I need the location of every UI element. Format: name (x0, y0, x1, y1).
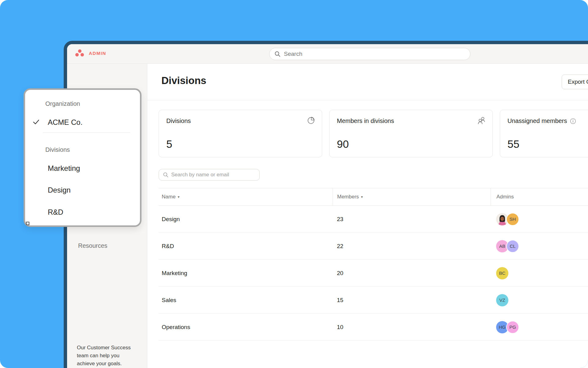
export-csv-button[interactable]: Export CSV (562, 75, 588, 89)
division-name: Operations (159, 324, 333, 331)
division-name: R&D (159, 243, 333, 250)
avatar: CL (506, 240, 519, 253)
stat-card-members-in-divisions: Members in divisions 90 (329, 110, 493, 157)
table-row[interactable]: Operations 10 HG PG (159, 314, 588, 341)
division-members-count: 22 (333, 243, 491, 250)
division-members-count: 15 (333, 297, 491, 304)
avatar: PG (506, 321, 519, 334)
stat-card-value: 55 (507, 138, 519, 150)
stat-card-title: Unassigned members (507, 117, 576, 125)
brand: ADMIN (75, 49, 106, 57)
sidebar-item-resources[interactable]: Resources (78, 242, 107, 249)
pie-chart-icon (307, 116, 315, 125)
divisions-table: Name ▾ Members ▾ Admins Design 23 (159, 188, 588, 341)
division-name: Marketing (159, 270, 333, 277)
global-search-input[interactable]: Search (269, 48, 470, 60)
dropdown-item-design[interactable]: Design (48, 186, 71, 194)
dropdown-section-organization: Organization (45, 100, 80, 107)
table-header-row: Name ▾ Members ▾ Admins (159, 188, 588, 206)
table-row[interactable]: Marketing 20 BC (159, 260, 588, 287)
sort-caret-icon: ▾ (361, 195, 363, 199)
division-name: Design (159, 216, 333, 223)
stat-card-divisions: Divisions 5 (159, 110, 322, 157)
admin-avatars: HG PG (496, 321, 519, 334)
asana-logo-icon (75, 49, 84, 57)
division-name: Sales (159, 297, 333, 304)
division-members-count: 23 (333, 216, 491, 223)
admin-brand-label: ADMIN (89, 51, 106, 56)
stat-card-value: 90 (337, 138, 349, 150)
people-icon (477, 116, 486, 125)
stat-card-title: Divisions (166, 117, 191, 125)
header-divider (147, 100, 588, 100)
topbar: ADMIN Search (67, 44, 588, 64)
column-header-admins: Admins (491, 188, 588, 205)
division-members-count: 20 (333, 270, 491, 277)
column-header-name[interactable]: Name ▾ (159, 188, 333, 205)
page-title: Divisions (161, 75, 206, 86)
stat-card-unassigned-members: Unassigned members 55 (500, 110, 588, 157)
table-search-placeholder: Search by name or email (171, 172, 229, 178)
admin-avatars: SH (496, 213, 519, 226)
avatar: VZ (496, 294, 508, 306)
admin-avatars: BC (496, 267, 508, 279)
sort-caret-icon: ▾ (178, 195, 179, 199)
app-window: ADMIN Search ACME Co. (64, 41, 588, 368)
search-icon (274, 51, 281, 57)
table-row[interactable]: Design 23 (159, 206, 588, 233)
column-header-members[interactable]: Members ▾ (333, 188, 491, 205)
admin-avatars: VZ (496, 294, 508, 306)
info-icon[interactable] (570, 118, 576, 124)
checkmark-icon (33, 119, 40, 125)
table-row[interactable]: Sales 15 VZ (159, 287, 588, 314)
table-row[interactable]: R&D 22 AB CL (159, 233, 588, 260)
background: ADMIN Search ACME Co. (0, 0, 588, 368)
dropdown-divider (43, 132, 130, 133)
stat-card-title: Members in divisions (337, 117, 394, 125)
admin-avatars: AB CL (496, 240, 519, 253)
customer-success-text: Our Customer Success team can help you a… (77, 344, 135, 368)
stat-card-value: 5 (166, 138, 172, 150)
dropdown-item-marketing[interactable]: Marketing (48, 164, 80, 173)
table-search-input[interactable]: Search by name or email (159, 169, 260, 181)
small-square-icon (26, 222, 29, 225)
global-search-placeholder: Search (284, 51, 302, 57)
dropdown-section-divisions: Divisions (45, 146, 70, 153)
dropdown-item-acme-co[interactable]: ACME Co. (48, 118, 82, 127)
org-switcher-dropdown: Organization ACME Co. Divisions Marketin… (24, 88, 141, 227)
division-members-count: 10 (333, 324, 491, 331)
search-icon (163, 172, 168, 178)
dropdown-item-rd[interactable]: R&D (48, 208, 63, 217)
avatar: SH (506, 213, 519, 226)
avatar: BC (496, 267, 508, 279)
